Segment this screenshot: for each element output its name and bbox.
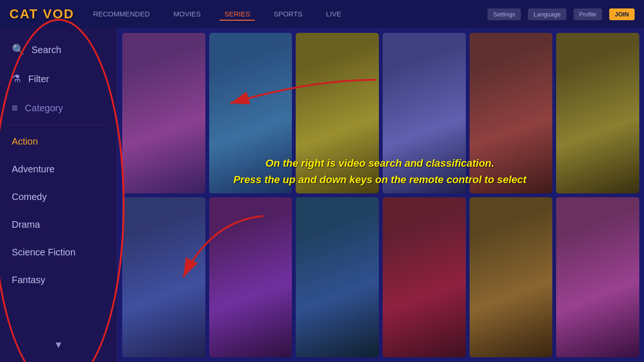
sidebar-scroll-down[interactable]: ▼ [0,335,117,355]
movie-card[interactable] [383,33,466,193]
sidebar-category[interactable]: ≡ Category [0,93,117,123]
scifi-label: Science Fiction [12,247,76,258]
movie-card[interactable] [470,197,553,358]
header: CAT VOD RECOMMENDED MOVIES SERIES SPORTS… [0,0,644,28]
header-nav: RECOMMENDED MOVIES SERIES SPORTS LIVE [88,8,487,21]
category-icon: ≡ [12,102,18,114]
sidebar-item-adventure[interactable]: Adventure [0,155,117,183]
movie-card[interactable] [209,197,292,358]
sidebar-filter-label: Filter [28,74,49,85]
profile-button[interactable]: Profile [573,8,602,20]
movie-card[interactable] [383,197,466,358]
app-logo: CAT VOD [9,7,74,22]
search-icon: 🔍 [12,44,24,56]
sidebar-item-comedy[interactable]: Comedy [0,183,117,211]
nav-series[interactable]: SERIES [220,8,255,21]
sidebar-search[interactable]: 🔍 Search [0,35,117,64]
comedy-label: Comedy [12,192,47,202]
adventure-label: Adventure [12,164,55,175]
language-button[interactable]: Language [528,8,566,20]
filter-icon: ⚗ [12,73,21,85]
nav-sports[interactable]: SPORTS [269,8,307,21]
sidebar-search-label: Search [31,45,61,55]
sidebar: 🔍 Search ⚗ Filter ≡ Category Action Adve… [0,28,118,362]
movie-card[interactable] [470,33,553,193]
settings-button[interactable]: Settings [487,8,521,20]
movie-card[interactable] [296,33,379,193]
main-content: On the right is video search and classif… [118,28,644,362]
down-arrow-icon: ▼ [54,339,63,350]
movie-card[interactable] [209,33,292,193]
action-label: Action [12,136,38,147]
movie-card[interactable] [556,33,639,193]
drama-label: Drama [12,219,40,230]
movie-card[interactable] [296,197,379,358]
nav-recommended[interactable]: RECOMMENDED [88,8,155,21]
movie-grid [118,28,644,362]
sidebar-category-label: Category [25,103,63,114]
sidebar-item-fantasy[interactable]: Fantasy [0,266,117,294]
fantasy-label: Fantasy [12,275,45,285]
movie-card[interactable] [122,197,205,358]
nav-movies[interactable]: MOVIES [169,8,205,21]
header-right: Settings Language Profile JOIN [487,8,635,20]
movie-card[interactable] [556,197,639,358]
nav-live[interactable]: LIVE [322,8,346,21]
app-container: CAT VOD RECOMMENDED MOVIES SERIES SPORTS… [0,0,644,362]
sidebar-item-action[interactable]: Action [0,128,117,155]
join-button[interactable]: JOIN [609,8,635,20]
sidebar-divider [9,125,108,125]
sidebar-item-drama[interactable]: Drama [0,211,117,239]
content-area: 🔍 Search ⚗ Filter ≡ Category Action Adve… [0,28,644,362]
movie-card[interactable] [122,33,205,193]
sidebar-filter[interactable]: ⚗ Filter [0,64,117,93]
sidebar-item-scifi[interactable]: Science Fiction [0,239,117,266]
